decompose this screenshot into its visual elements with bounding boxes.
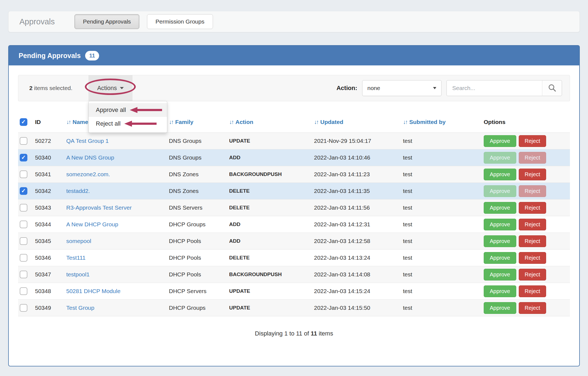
menu-item-reject-all[interactable]: Reject all xyxy=(89,117,167,131)
table-row: 50345somepoolDHCP PoolsADD2022-Jan-03 14… xyxy=(18,233,570,250)
cell-family: DHCP Pools xyxy=(167,266,227,283)
row-checkbox[interactable] xyxy=(20,237,27,245)
row-checkbox[interactable] xyxy=(20,271,27,278)
approve-button[interactable]: Approve xyxy=(484,169,516,180)
menu-item-approve-all[interactable]: Approve all xyxy=(89,103,167,117)
row-checkbox[interactable] xyxy=(20,254,27,262)
column-header-family[interactable]: ↓↑Family xyxy=(167,114,227,133)
panel-body: 2 items selected. Actions Approve all xyxy=(9,65,579,366)
cell-updated: 2022-Jan-03 14:10:46 xyxy=(312,149,401,166)
reject-button[interactable]: Reject xyxy=(519,252,546,264)
cell-id: 50341 xyxy=(33,166,65,183)
actions-button[interactable]: Actions xyxy=(96,84,125,92)
row-checkbox[interactable] xyxy=(20,304,27,312)
panel-title: Pending Approvals xyxy=(19,52,81,60)
item-name-link[interactable]: 50281 DHCP Module xyxy=(66,288,120,294)
cell-id: 50342 xyxy=(33,183,65,199)
panel-header: Pending Approvals 11 xyxy=(9,46,579,65)
page-title: Approvals xyxy=(19,17,55,26)
row-checkbox[interactable] xyxy=(20,187,27,195)
cell-id: 50346 xyxy=(33,250,65,266)
reject-button[interactable]: Reject xyxy=(519,285,546,297)
pagination-summary: Displaying 1 to 11 of 11 items xyxy=(18,330,570,337)
pending-approvals-panel: Pending Approvals 11 2 items selected. A… xyxy=(8,45,580,366)
tab-pending-approvals[interactable]: Pending Approvals xyxy=(74,14,139,29)
item-name-link[interactable]: QA Test Group 1 xyxy=(66,138,109,144)
approve-button[interactable]: Approve xyxy=(484,135,516,147)
cell-family: DNS Groups xyxy=(167,133,227,149)
approve-button[interactable]: Approve xyxy=(484,252,516,264)
item-name-link[interactable]: A New DHCP Group xyxy=(66,221,118,227)
reject-button[interactable]: Reject xyxy=(519,269,546,280)
approve-button[interactable]: Approve xyxy=(484,219,516,230)
reject-button[interactable]: Reject xyxy=(519,135,546,147)
reject-button[interactable]: Reject xyxy=(519,152,546,164)
cell-name: A New DHCP Group xyxy=(65,216,167,233)
approve-button[interactable]: Approve xyxy=(484,269,516,280)
cell-submitted-by: test xyxy=(401,300,482,316)
row-checkbox[interactable] xyxy=(20,154,27,161)
cell-options: ApproveReject xyxy=(482,300,570,316)
item-name-link[interactable]: Test Group xyxy=(66,305,94,311)
column-header-updated[interactable]: ↓↑Updated xyxy=(312,114,401,133)
approve-button[interactable]: Approve xyxy=(484,202,516,214)
approve-button[interactable]: Approve xyxy=(484,235,516,247)
item-name-link[interactable]: Test111 xyxy=(66,254,85,261)
item-name-link[interactable]: R3-Approvals Test Server xyxy=(66,204,132,211)
row-checkbox[interactable] xyxy=(20,221,27,228)
approve-button[interactable]: Approve xyxy=(484,285,516,297)
cell-name: QA Test Group 1 xyxy=(65,133,167,149)
cell-id: 50347 xyxy=(33,266,65,283)
cell-submitted-by: test xyxy=(401,166,482,183)
action-filter-label: Action: xyxy=(336,85,357,92)
cell-id: 50343 xyxy=(33,199,65,216)
cell-name: A New DNS Group xyxy=(65,149,167,166)
table-row: 50340A New DNS GroupDNS GroupsADD2022-Ja… xyxy=(18,149,570,166)
tab-permission-groups[interactable]: Permission Groups xyxy=(147,14,213,29)
reject-button[interactable]: Reject xyxy=(519,185,546,197)
cell-options: ApproveReject xyxy=(482,250,570,266)
row-checkbox[interactable] xyxy=(20,170,27,178)
row-checkbox[interactable] xyxy=(20,204,27,212)
reject-button[interactable]: Reject xyxy=(519,202,546,214)
search-button[interactable] xyxy=(542,80,562,96)
cell-updated: 2022-Jan-03 14:11:56 xyxy=(312,199,401,216)
cell-submitted-by: test xyxy=(401,133,482,149)
sort-icon: ↓↑ xyxy=(229,119,233,125)
cell-name: 50281 DHCP Module xyxy=(65,283,167,300)
item-name-link[interactable]: testadd2. xyxy=(66,188,90,194)
cell-family: DHCP Pools xyxy=(167,233,227,250)
action-filter-select[interactable]: none xyxy=(362,80,442,96)
row-checkbox[interactable] xyxy=(20,137,27,145)
cell-submitted-by: test xyxy=(401,149,482,166)
item-name-link[interactable]: somepool xyxy=(66,238,91,244)
row-checkbox[interactable] xyxy=(20,287,27,295)
reject-button[interactable]: Reject xyxy=(519,219,546,230)
selected-text: items selected. xyxy=(33,85,73,91)
cell-submitted-by: test xyxy=(401,199,482,216)
cell-name: Test Group xyxy=(65,300,167,316)
item-name-link[interactable]: testpool1 xyxy=(66,271,90,277)
column-header-action[interactable]: ↓↑Action xyxy=(227,114,312,133)
column-header-id: ID xyxy=(33,114,65,133)
cell-family: DHCP Groups xyxy=(167,216,227,233)
count-badge: 11 xyxy=(85,51,99,60)
approve-button[interactable]: Approve xyxy=(484,152,516,164)
approve-button[interactable]: Approve xyxy=(484,185,516,197)
cell-id: 50348 xyxy=(33,283,65,300)
table-row: 50347testpool1DHCP PoolsBACKGROUNDPUSH20… xyxy=(18,266,570,283)
table-row: 50349Test GroupDHCP GroupsUPDATE2022-Jan… xyxy=(18,300,570,316)
reject-button[interactable]: Reject xyxy=(519,235,546,247)
select-all-checkbox[interactable] xyxy=(20,118,27,126)
search-input[interactable] xyxy=(446,80,542,96)
item-name-link[interactable]: A New DNS Group xyxy=(66,154,114,161)
action-filter-value: none xyxy=(367,85,380,91)
item-name-link[interactable]: somezone2.com. xyxy=(66,171,110,177)
column-header-submitted-by[interactable]: ↓↑Submitted by xyxy=(401,114,482,133)
cell-action: DELETE xyxy=(227,183,312,199)
reject-button[interactable]: Reject xyxy=(519,169,546,180)
approve-button[interactable]: Approve xyxy=(484,302,516,314)
reject-button[interactable]: Reject xyxy=(519,302,546,314)
cell-action: UPDATE xyxy=(227,283,312,300)
cell-options: ApproveReject xyxy=(482,216,570,233)
